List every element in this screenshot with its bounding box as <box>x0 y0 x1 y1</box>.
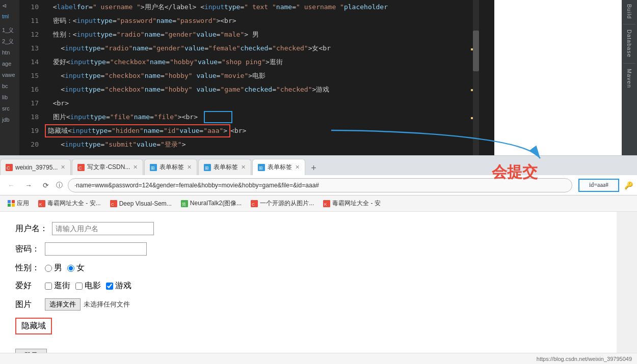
hidden-field-display: 隐藏域 <box>15 318 52 334</box>
code-line-11: 11 密码：<input type = "password" name="pas… <box>24 14 493 27</box>
hobby-movie-text: 电影 <box>85 281 101 291</box>
hobby-checkbox-group: 逛街 电影 游戏 <box>45 281 131 291</box>
browser-tab-2[interactable]: C 写文章-CSDN... ✕ <box>72 159 143 175</box>
browser-tab-5[interactable]: ⊞ 表单标签 ✕ <box>252 159 305 175</box>
back-button[interactable]: ← <box>4 178 18 192</box>
bookmark-label-1: 毒霸网址大全 - 安... <box>47 199 101 208</box>
hobby-game-label[interactable]: 游戏 <box>106 281 131 291</box>
refresh-button[interactable]: ⟳ <box>39 178 53 192</box>
gutter-marker-1 <box>471 48 473 50</box>
code-line-15: 15 <input type="checkbox" name="hobby" v… <box>24 69 493 82</box>
bookmark-5[interactable]: K 毒霸网址大全 - 安 <box>320 198 384 209</box>
bookmark-favicon-3: 简 <box>181 200 188 207</box>
gender-male-radio[interactable] <box>45 265 52 272</box>
aaa-highlight-box: id=aaa# <box>578 179 619 192</box>
code-line-14: 14 爱好<input type="checkbox" name="hobby"… <box>24 55 493 69</box>
gender-female-label[interactable]: 女 <box>67 263 85 273</box>
right-panel: Build Database Maven <box>622 0 637 155</box>
tab-label-3: 表单标签 <box>160 163 184 172</box>
hobby-game-checkbox[interactable] <box>106 283 113 290</box>
sidebar-item-9[interactable]: src <box>0 103 19 114</box>
gender-male-text: 男 <box>54 263 62 273</box>
hobby-movie-checkbox[interactable] <box>75 283 83 290</box>
sidebar-item-4[interactable]: htn <box>0 47 19 58</box>
bookmark-apps[interactable]: 应用 <box>4 198 33 209</box>
photo-label: 图片 <box>15 299 41 310</box>
code-line-10: 10 <label for=" username ">用户名</label> <… <box>24 0 493 14</box>
svg-text:C: C <box>7 165 10 171</box>
maven-tab[interactable]: Maven <box>624 65 634 92</box>
password-input[interactable] <box>45 242 147 256</box>
browser-tab-4[interactable]: ⊞ 表单标签 ✕ <box>198 159 251 175</box>
browser-tab-1[interactable]: C weixin_39795... ✕ <box>0 159 71 175</box>
database-tab[interactable]: Database <box>624 25 634 62</box>
tab-close-2[interactable]: ✕ <box>133 164 138 171</box>
gutter-marker-3 <box>471 117 473 119</box>
file-choose-button[interactable]: 选择文件 <box>45 298 81 311</box>
hobby-movie-label[interactable]: 电影 <box>75 281 101 291</box>
code-line-13: 13 <input type = "radio" name="gender" v… <box>24 41 493 55</box>
svg-text:C: C <box>78 165 82 171</box>
add-tab-button[interactable]: + <box>306 161 321 175</box>
gender-male-label[interactable]: 男 <box>45 263 62 273</box>
bookmark-favicon-2: C <box>110 200 117 207</box>
sidebar-item-1[interactable]: ⊲ <box>0 0 19 11</box>
bookmark-apps-label: 应用 <box>17 199 29 208</box>
status-url: https://blog.csdn.net/weixin_39795049 <box>537 356 632 362</box>
build-tab[interactable]: Build <box>624 0 634 23</box>
bookmark-favicon-5: K <box>323 200 330 207</box>
sidebar-item-8[interactable]: lib <box>0 92 19 103</box>
bookmark-3[interactable]: 简 NeuralTalk2(图像... <box>177 198 245 209</box>
page-content: 用户名： 密码： 性别： 男 女 爱好 <box>0 212 617 364</box>
tab-bar: C weixin_39795... ✕ C 写文章-CSDN... ✕ ⊞ 表单… <box>0 156 637 175</box>
sidebar-item-10[interactable]: jdb <box>0 114 19 125</box>
tab-favicon-1: C <box>6 164 13 171</box>
sidebar-item-3[interactable]: 2_义 <box>0 36 19 47</box>
code-lines: 10 <label for=" username ">用户名</label> <… <box>19 0 493 155</box>
gender-female-radio[interactable] <box>67 265 74 272</box>
bookmark-2[interactable]: C Deep Visual-Sem... <box>107 199 175 209</box>
bookmark-4[interactable]: C 一个开源的从图片... <box>247 198 317 209</box>
code-line-16: 16 <input type="checkbox" name="hobby" v… <box>24 82 493 96</box>
svg-text:K: K <box>39 202 42 207</box>
sidebar-item-2[interactable]: 1_义 <box>0 24 19 36</box>
tab-label-2: 写文章-CSDN... <box>87 163 130 172</box>
username-row: 用户名： <box>15 222 601 235</box>
svg-text:简: 简 <box>182 202 186 207</box>
svg-text:⊞: ⊞ <box>205 165 209 171</box>
gender-radio-group: 男 女 <box>45 263 85 273</box>
panel-separator-2 <box>623 63 635 64</box>
password-label: 密码： <box>15 244 41 255</box>
hobby-row: 爱好 逛街 电影 游戏 <box>15 281 601 291</box>
editor-scrollbar[interactable] <box>473 0 479 155</box>
tab-favicon-3: ⊞ <box>150 164 157 171</box>
svg-text:C: C <box>252 202 255 207</box>
sidebar-item-7[interactable]: bc <box>0 80 19 92</box>
svg-text:K: K <box>324 202 327 207</box>
hobby-shopping-label[interactable]: 逛街 <box>45 281 70 291</box>
tab-close-4[interactable]: ✕ <box>241 164 246 171</box>
sidebar-item-5[interactable]: age <box>0 58 19 69</box>
forward-button[interactable]: → <box>21 178 36 192</box>
tab-close-1[interactable]: ✕ <box>61 164 65 171</box>
hobby-label: 爱好 <box>15 281 41 291</box>
tab-label-5: 表单标签 <box>268 163 292 172</box>
bookmark-1[interactable]: K 毒霸网址大全 - 安... <box>35 198 104 209</box>
tab-close-5[interactable]: ✕ <box>295 164 300 171</box>
address-bar-row: ← → ⟳ ⓘ id=aaa# 🔑 <box>0 175 637 195</box>
hobby-shopping-checkbox[interactable] <box>45 283 52 290</box>
tab-label-4: 表单标签 <box>214 163 238 172</box>
scrollbar-thumb[interactable] <box>473 31 479 71</box>
tab-close-3[interactable]: ✕ <box>187 164 192 171</box>
gender-female-text: 女 <box>76 263 85 273</box>
address-input[interactable] <box>68 178 572 192</box>
browser-tab-3[interactable]: ⊞ 表单标签 ✕ <box>144 159 197 175</box>
username-input[interactable] <box>52 222 154 235</box>
sidebar-item-html[interactable]: tml <box>0 11 19 22</box>
sidebar-item-6[interactable]: vawe <box>0 69 19 80</box>
gutter-marker-2 <box>471 89 473 91</box>
svg-text:C: C <box>111 202 114 207</box>
tab-label-1: weixin_39795... <box>15 164 58 171</box>
status-bar: https://blog.csdn.net/weixin_39795049 <box>0 353 637 364</box>
bookmarks-bar: 应用 K 毒霸网址大全 - 安... C Deep Visual-Sem... … <box>0 195 637 212</box>
